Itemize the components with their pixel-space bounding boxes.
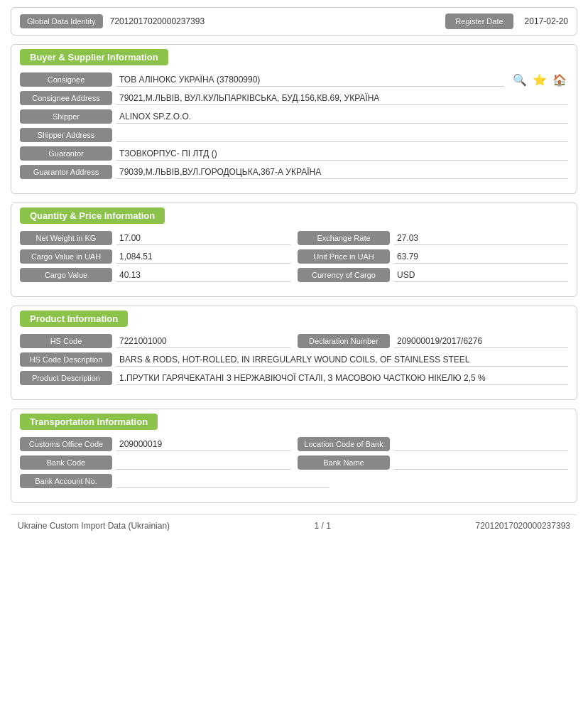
bank-code-label: Bank Code <box>20 455 112 470</box>
shipper-address-label: Shipper Address <box>20 128 112 142</box>
transport-info-section: Transportation Information Customs Offic… <box>11 409 577 503</box>
buyer-supplier-section: Buyer & Supplier Information Consignee 🔍… <box>11 44 577 194</box>
register-date-button[interactable]: Register Date <box>445 14 513 29</box>
hs-code-input[interactable] <box>116 335 290 348</box>
bank-code-col: Bank Code <box>20 455 290 470</box>
ti-row-1: Customs Office Code Location Code of Ban… <box>20 437 568 451</box>
consignee-address-input[interactable] <box>116 92 568 105</box>
product-desc-label: Product Description <box>20 371 112 385</box>
unit-price-uah-label: Unit Price in UAH <box>298 249 390 264</box>
transport-info-title: Transportation Information <box>20 414 158 430</box>
qp-row-2: Cargo Value in UAH Unit Price in UAH <box>20 249 568 264</box>
bank-account-no-input[interactable] <box>116 475 330 488</box>
ti-row-3: Bank Account No. <box>20 474 568 488</box>
hs-code-desc-input[interactable] <box>116 353 568 367</box>
hs-code-label: HS Code <box>20 334 112 348</box>
currency-cargo-col: Currency of Cargo <box>298 268 568 282</box>
quantity-price-title: Quantity & Price Information <box>20 207 165 224</box>
net-weight-input[interactable] <box>116 232 290 245</box>
shipper-address-input[interactable] <box>116 129 568 142</box>
guarantor-label: Guarantor <box>20 146 112 161</box>
cargo-value-uah-label: Cargo Value in UAH <box>20 249 112 264</box>
global-data-value: 72012017020000237393 <box>110 16 439 26</box>
declaration-number-col: Declaration Number <box>298 334 568 348</box>
bank-name-col: Bank Name <box>298 455 568 470</box>
cargo-value-col: Cargo Value <box>20 268 290 282</box>
product-info-title: Product Information <box>20 311 128 327</box>
exchange-rate-col: Exchange Rate <box>298 231 568 245</box>
location-code-bank-input[interactable] <box>394 438 568 451</box>
product-desc-input[interactable] <box>116 372 568 385</box>
net-weight-label: Net Weight in KG <box>20 231 112 245</box>
cargo-value-label: Cargo Value <box>20 268 112 282</box>
consignee-label: Consignee <box>20 72 112 87</box>
search-icon[interactable]: 🔍 <box>511 73 528 87</box>
guarantor-input[interactable] <box>116 147 568 161</box>
consignee-input[interactable] <box>116 73 504 87</box>
hs-code-desc-row: HS Code Description <box>20 352 568 367</box>
shipper-label: Shipper <box>20 109 112 124</box>
consignee-address-label: Consignee Address <box>20 91 112 105</box>
exchange-rate-input[interactable] <box>394 232 568 245</box>
currency-cargo-input[interactable] <box>394 269 568 282</box>
footer-left: Ukraine Custom Import Data (Ukrainian) <box>18 521 170 531</box>
pi-row-1: HS Code Declaration Number <box>20 334 568 348</box>
consignee-row: Consignee 🔍 ⭐ 🏠 <box>20 72 568 87</box>
home-icon[interactable]: 🏠 <box>551 73 568 87</box>
cargo-value-input[interactable] <box>116 269 290 282</box>
guarantor-address-input[interactable] <box>116 166 568 179</box>
shipper-row: Shipper <box>20 109 568 124</box>
main-container: Global Data Identity 7201201702000023739… <box>0 0 588 712</box>
global-data-label: Global Data Identity <box>20 14 103 28</box>
star-icon[interactable]: ⭐ <box>531 73 548 87</box>
location-code-bank-col: Location Code of Bank <box>298 437 568 451</box>
unit-price-uah-col: Unit Price in UAH <box>298 249 568 264</box>
footer-right: 72012017020000237393 <box>476 521 570 531</box>
location-code-bank-label: Location Code of Bank <box>298 437 390 451</box>
ti-row-2: Bank Code Bank Name <box>20 455 568 470</box>
consignee-address-row: Consignee Address <box>20 91 568 105</box>
declaration-number-input[interactable] <box>394 335 568 348</box>
product-info-section: Product Information HS Code Declaration … <box>11 306 577 400</box>
product-desc-row: Product Description <box>20 371 568 385</box>
register-date-value: 2017-02-20 <box>525 16 568 26</box>
quantity-price-section: Quantity & Price Information Net Weight … <box>11 203 577 297</box>
hs-code-desc-label: HS Code Description <box>20 352 112 367</box>
shipper-input[interactable] <box>116 110 568 124</box>
hs-code-col: HS Code <box>20 334 290 348</box>
guarantor-address-row: Guarantor Address <box>20 165 568 179</box>
guarantor-row: Guarantor <box>20 146 568 161</box>
customs-office-code-input[interactable] <box>116 438 290 451</box>
exchange-rate-label: Exchange Rate <box>298 231 390 245</box>
unit-price-uah-input[interactable] <box>394 250 568 264</box>
shipper-address-row: Shipper Address <box>20 128 568 142</box>
cargo-value-uah-input[interactable] <box>116 250 290 264</box>
footer-bar: Ukraine Custom Import Data (Ukrainian) 1… <box>11 514 577 536</box>
buyer-supplier-title: Buyer & Supplier Information <box>20 49 168 65</box>
cargo-value-uah-col: Cargo Value in UAH <box>20 249 290 264</box>
declaration-number-label: Declaration Number <box>298 334 390 348</box>
net-weight-col: Net Weight in KG <box>20 231 290 245</box>
qp-row-1: Net Weight in KG Exchange Rate <box>20 231 568 245</box>
footer-center: 1 / 1 <box>315 521 331 531</box>
bank-name-label: Bank Name <box>298 455 390 470</box>
guarantor-address-label: Guarantor Address <box>20 165 112 179</box>
qp-row-3: Cargo Value Currency of Cargo <box>20 268 568 282</box>
consignee-icons: 🔍 ⭐ 🏠 <box>511 73 568 87</box>
bank-account-no-label: Bank Account No. <box>20 474 112 488</box>
customs-office-code-col: Customs Office Code <box>20 437 290 451</box>
bank-name-input[interactable] <box>394 456 568 470</box>
customs-office-code-label: Customs Office Code <box>20 437 112 451</box>
global-data-row: Global Data Identity 7201201702000023739… <box>11 7 577 36</box>
bank-code-input[interactable] <box>116 456 290 470</box>
currency-cargo-label: Currency of Cargo <box>298 268 390 282</box>
